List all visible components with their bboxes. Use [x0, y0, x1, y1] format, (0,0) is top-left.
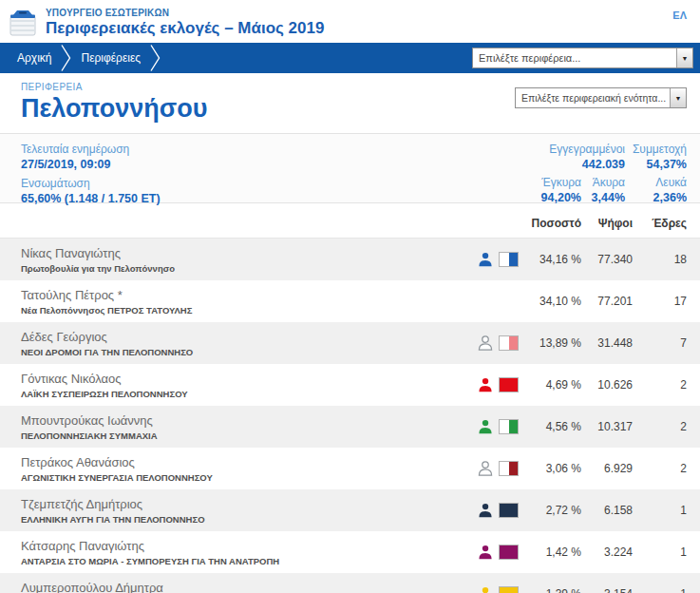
invalid-label: Άκυρα: [593, 176, 625, 189]
row-icons: [477, 335, 524, 352]
row-icons: [477, 251, 524, 268]
votes-cell: 6.929: [581, 462, 633, 475]
dropdown-arrow-icon[interactable]: ▼: [676, 48, 692, 67]
candidate-name: Τατούλης Πέτρος *: [21, 288, 477, 302]
region-select-value: Επιλέξτε περιφέρεια...: [473, 48, 676, 67]
invalid-value: 3,44%: [592, 191, 625, 204]
candidate-name: Τζεμπετζής Δημήτριος: [21, 497, 477, 511]
party-color-icon: [499, 503, 519, 518]
party-label: ΠΕΛΟΠΟΝΝΗΣΙΑΚΗ ΣΥΜΜΑΧΙΑ: [21, 430, 477, 441]
row-icons: [477, 376, 524, 393]
candidate-name: Κάτσαρης Παναγιώτης: [21, 539, 477, 553]
region-heading: ΠΕΡΙΦΕΡΕΙΑ Πελοποννήσου Επιλέξτε περιφερ…: [0, 73, 700, 133]
app-header: ΥΠΟΥΡΓΕΙΟ ΕΣΩΤΕΡΙΚΩΝ Περιφερειακές εκλογ…: [0, 0, 700, 43]
seats-cell: 1: [644, 504, 687, 517]
party-color-icon: [499, 252, 519, 267]
seats-cell: 2: [644, 378, 687, 392]
candidate-person-icon: [477, 460, 494, 477]
votes-cell: 77.201: [581, 295, 633, 308]
turnout-label: Συμμετοχή: [633, 143, 687, 156]
result-row[interactable]: Κάτσαρης Παναγιώτης ΑΝΤΑΡΣΙΑ ΣΤΟ ΜΩΡΙΑ -…: [0, 531, 700, 573]
results-rows: Νίκας Παναγιώτης Πρωτοβουλία για την Πελ…: [0, 239, 700, 593]
seats-cell: 18: [644, 253, 687, 266]
percent-cell: 3,06 %: [524, 462, 581, 475]
party-label: ΑΝΤΑΡΣΙΑ ΣΤΟ ΜΩΡΙΑ - ΣΥΜΠΟΡΕΥΣΗ ΓΙΑ ΤΗΝ …: [21, 556, 477, 566]
candidate-person-icon: [477, 376, 494, 393]
integration-value: 65,60% (1.148 / 1.750 ΕΤ): [21, 192, 161, 205]
seats-cell: 1: [644, 545, 687, 559]
candidate-name: Δέδες Γεώργιος: [21, 330, 477, 344]
candidate-name: Νίκας Παναγιώτης: [21, 246, 477, 260]
regional-unit-select-value: Επιλέξτε περιφερειακή ενότητα...: [516, 88, 670, 107]
regional-unit-select[interactable]: Επιλέξτε περιφερειακή ενότητα... ▼: [515, 87, 687, 108]
party-color-icon: [499, 419, 519, 434]
blank-label: Λευκά: [655, 176, 687, 189]
percent-cell: 1,39 %: [524, 587, 581, 593]
percent-cell: 2,72 %: [524, 504, 581, 517]
candidate-name: Γόντικας Νικόλαος: [21, 372, 477, 386]
breadcrumb-bar: Αρχική Περιφέρειες Επιλέξτε περιφέρεια..…: [0, 43, 700, 73]
column-header-percent: Ποσοστό: [524, 217, 581, 230]
seats-cell: 7: [644, 336, 687, 350]
votes-cell: 77.340: [581, 253, 633, 266]
votes-cell: 10.317: [581, 420, 633, 433]
votes-cell: 3.154: [581, 587, 633, 593]
page-title: Περιφερειακές εκλογές – Μάιος 2019: [46, 19, 672, 38]
seats-cell: 2: [644, 420, 687, 433]
registered-label: Εγγεγραμμένοι: [549, 143, 625, 156]
row-icons: [477, 502, 524, 519]
result-row[interactable]: Τατούλης Πέτρος * Νέα Πελοπόννησος ΠΕΤΡΟ…: [0, 280, 700, 322]
percent-cell: 13,89 %: [524, 336, 581, 350]
result-row[interactable]: Νίκας Παναγιώτης Πρωτοβουλία για την Πελ…: [0, 239, 700, 280]
result-row[interactable]: Τζεμπετζής Δημήτριος ΕΛΛΗΝΙΚΗ ΑΥΓΗ ΓΙΑ Τ…: [0, 489, 700, 531]
breadcrumb-regions[interactable]: Περιφέρειες: [73, 51, 148, 65]
language-switch[interactable]: ΕΛ: [672, 10, 687, 21]
votes-cell: 10.626: [581, 378, 633, 392]
party-label: Πρωτοβουλία για την Πελοπόννησο: [21, 263, 477, 274]
candidate-name: Μπουντρούκας Ιωάννης: [21, 413, 477, 428]
party-color-icon: [499, 335, 519, 351]
candidate-person-icon: [477, 335, 494, 352]
candidate-name: Πετράκος Αθανάσιος: [21, 455, 477, 469]
votes-cell: 31.448: [581, 336, 633, 350]
result-row[interactable]: Πετράκος Αθανάσιος ΑΓΩΝΙΣΤΙΚΗ ΣΥΝΕΡΓΑΣΙΑ…: [0, 448, 700, 489]
result-row[interactable]: Δέδες Γεώργιος ΝΕΟΙ ΔΡΟΜΟΙ ΓΙΑ ΤΗΝ ΠΕΛΟΠ…: [0, 322, 700, 364]
party-label: ΛΑΪΚΗ ΣΥΣΠΕΙΡΩΣΗ ΠΕΛΟΠΟΝΝΗΣΟΥ: [21, 389, 477, 399]
region-name: Πελοποννήσου: [21, 94, 207, 124]
party-color-icon: [499, 461, 519, 476]
page: ΥΠΟΥΡΓΕΙΟ ΕΣΩΤΕΡΙΚΩΝ Περιφερειακές εκλογ…: [0, 0, 700, 593]
result-row[interactable]: Λυμπεροπούλου Δήμητρα ΠΡΑΣΙΝΗ ΠΕΛΟΠΟΝΝΗΣ…: [0, 573, 700, 593]
result-row[interactable]: Μπουντρούκας Ιωάννης ΠΕΛΟΠΟΝΝΗΣΙΑΚΗ ΣΥΜΜ…: [0, 406, 700, 448]
breadcrumb-home[interactable]: Αρχική: [9, 51, 59, 65]
integration-label: Ενσωμάτωση: [21, 177, 161, 190]
stats-panel: Τελευταία ενημέρωση 27/5/2019, 09:09 Ενσ…: [0, 133, 700, 203]
row-icons: [477, 418, 524, 435]
party-label: ΑΓΩΝΙΣΤΙΚΗ ΣΥΝΕΡΓΑΣΙΑ ΠΕΛΟΠΟΝΝΗΣΟΥ: [21, 472, 477, 483]
candidate-person-icon: [477, 502, 494, 519]
ballot-box-icon: [8, 6, 38, 38]
blank-value: 2,36%: [653, 191, 687, 204]
percent-cell: 1,42 %: [524, 545, 581, 559]
region-label: ΠΕΡΙΦΕΡΕΙΑ: [21, 82, 207, 92]
party-label: ΝΕΟΙ ΔΡΟΜΟΙ ΓΙΑ ΤΗΝ ΠΕΛΟΠΟΝΝΗΣΟ: [21, 347, 477, 357]
party-label: ΕΛΛΗΝΙΚΗ ΑΥΓΗ ΓΙΑ ΤΗΝ ΠΕΛΟΠΟΝΝΗΣΟ: [21, 514, 477, 525]
dropdown-arrow-icon[interactable]: ▼: [670, 88, 686, 107]
row-icons: [477, 544, 524, 561]
row-icons: [477, 460, 524, 477]
result-row[interactable]: Γόντικας Νικόλαος ΛΑΪΚΗ ΣΥΣΠΕΙΡΩΣΗ ΠΕΛΟΠ…: [0, 364, 700, 406]
chevron-right-icon: [150, 44, 161, 72]
candidate-person-icon: [477, 418, 494, 435]
percent-cell: 34,10 %: [524, 295, 581, 308]
last-update-label: Τελευταία ενημέρωση: [21, 143, 161, 156]
registered-value: 442.039: [582, 158, 625, 171]
votes-cell: 6.158: [581, 504, 633, 517]
valid-label: Έγκυρα: [541, 176, 581, 189]
percent-cell: 4,69 %: [524, 378, 581, 392]
region-select[interactable]: Επιλέξτε περιφέρεια... ▼: [472, 48, 693, 68]
chevron-right-icon: [61, 44, 71, 72]
row-icons: [477, 585, 524, 593]
column-header-seats: Έδρες: [644, 217, 687, 230]
candidate-name: Λυμπεροπούλου Δήμητρα: [21, 581, 477, 593]
party-label: Νέα Πελοπόννησος ΠΕΤΡΟΣ ΤΑΤΟΥΛΗΣ: [21, 305, 477, 316]
candidate-person-icon: [477, 251, 494, 268]
